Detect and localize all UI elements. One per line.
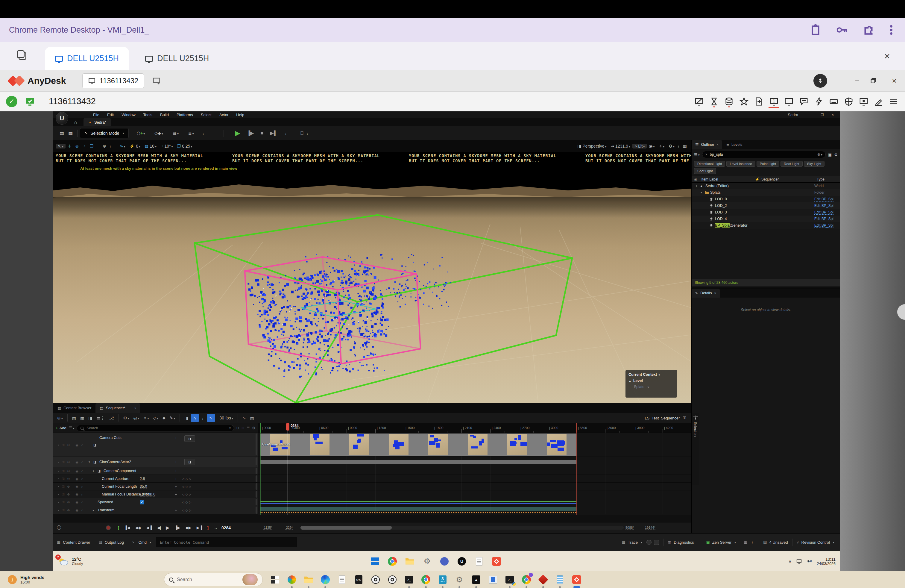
outliner-row[interactable]: LOD_2Edit BP_Spl — [692, 202, 840, 209]
camera-lock-button[interactable]: ◨ — [184, 459, 195, 465]
track-name[interactable]: Camera Cuts — [99, 435, 122, 440]
track-name[interactable]: CineCameraActor2 — [99, 460, 131, 464]
seq-edit-icon[interactable]: ✎▾ — [168, 416, 178, 420]
selection-tab-label[interactable]: Selection — [693, 422, 697, 437]
viewport-overflow-icon[interactable]: ⋮ — [676, 144, 681, 148]
prev-key-icon[interactable]: ◀◆ — [135, 525, 141, 530]
blue-notebook-app-icon[interactable] — [554, 574, 566, 585]
python-terminal-icon[interactable]: >_ — [504, 574, 515, 585]
edit-blueprint-link[interactable]: Edit BP_Spl — [814, 217, 838, 221]
monitor-icon[interactable]: .s{fill:none;stroke:#2b2b2b;stroke-width… — [782, 95, 795, 108]
outliner-settings-icon[interactable]: ⚙ — [834, 153, 838, 157]
filter-chip-level-instance[interactable]: Level Instance — [726, 161, 755, 167]
seq-keygroup-icon[interactable]: ◎▾ — [131, 416, 141, 420]
col-sequencer[interactable]: Sequencer — [761, 177, 779, 181]
privacy-screen-icon[interactable]: .s{fill:none;stroke:#2b2b2b;stroke-width… — [692, 95, 706, 108]
blueprints-icon[interactable]: ◇◆▾ — [152, 131, 165, 136]
curve-editor-icon[interactable]: ∿ — [240, 416, 248, 420]
seq-tools-icon[interactable]: ⚙▾ — [121, 416, 132, 420]
track-scrollbar[interactable] — [256, 434, 257, 455]
track-value[interactable]: 35.0 — [140, 484, 147, 489]
blue-window-app-icon[interactable] — [487, 574, 499, 585]
add-section-icon[interactable]: + — [175, 476, 177, 481]
record-icon[interactable] — [106, 525, 111, 530]
play-to-icon[interactable]: ▶▌ — [270, 130, 278, 136]
current-frame[interactable]: 0284 — [221, 525, 231, 530]
timeline-area[interactable]: CineCameraActor2 — [258, 433, 691, 515]
next-key-icon[interactable]: ◆▶ — [186, 525, 192, 530]
black-mountain-app-icon[interactable]: ▲ — [470, 574, 482, 585]
crd-close-icon[interactable]: × — [884, 50, 905, 62]
actions-icon[interactable]: .s{fill:none;stroke:#2b2b2b;stroke-width… — [812, 95, 826, 108]
edit-blueprint-link[interactable]: Edit BP_Spl — [814, 203, 838, 208]
screen-record-icon[interactable]: .s{fill:none;stroke:#2b2b2b;stroke-width… — [857, 95, 870, 108]
track-value[interactable]: 100000.0 — [140, 492, 155, 496]
terminal-icon[interactable]: >_ — [403, 574, 415, 585]
range-start-1[interactable]: -1135* — [263, 526, 272, 530]
track-scrollbar[interactable] — [256, 468, 257, 474]
track-row-current-aperture[interactable]: ▪⚿⊘◉∩Current Aperture2.8+◁◇▷ — [53, 475, 258, 483]
playhead-marker[interactable] — [286, 423, 289, 431]
angle-snap-icon[interactable]: ⚡0▾ — [127, 144, 143, 148]
clipboard-icon[interactable] — [810, 24, 821, 36]
content-drawer-button[interactable]: ▦Content Drawer — [57, 540, 90, 545]
track-list-icon[interactable]: ☰ — [247, 426, 249, 430]
unsaved-button[interactable]: ▤4 Unsaved — [763, 540, 788, 545]
range-start-2[interactable]: -229* — [285, 526, 293, 530]
ue-close-icon[interactable]: × — [831, 113, 834, 117]
outliner-row[interactable]: BP_SplatGeneratorEdit BP_Spl — [692, 222, 840, 229]
current-context-overlay[interactable]: Current Context ▾ ▲ Level Splats ∨ — [626, 370, 677, 397]
filter-chip-spot-light[interactable]: Spot Light — [694, 168, 716, 174]
track-scrollbar[interactable] — [256, 483, 257, 490]
outliner-row[interactable]: ▾SplatsFolder — [692, 189, 840, 196]
bookmark-icon[interactable] — [654, 540, 659, 545]
keyframe-nav[interactable]: ◁◇▷ — [182, 477, 192, 480]
rotate-icon[interactable]: ◔ — [81, 144, 87, 148]
track-row-cameracomponent[interactable]: ▪⚿⊘◉∩▾◨CameraComponent+ — [53, 467, 258, 475]
seq-key-icon[interactable]: ◆ — [160, 416, 167, 420]
seq-actors-icon[interactable]: ⎇ — [107, 416, 116, 420]
item-label[interactable]: LOD_0 — [715, 197, 814, 201]
filter-chip-directional-light[interactable]: Directional Light — [694, 161, 725, 167]
track-row-transform[interactable]: ▪⚿⊘◉∩▸Transform+◁◇▷ — [53, 506, 258, 514]
snap-options-icon[interactable]: ⋮ — [201, 416, 205, 420]
scale-snap-icon[interactable]: ❐0.25▾ — [175, 144, 195, 148]
clear-search-icon[interactable]: × — [705, 153, 708, 157]
settings-gear-icon[interactable]: ⚙ — [454, 574, 465, 585]
chrome-profile-icon[interactable] — [521, 574, 532, 585]
file-explorer-icon[interactable] — [404, 556, 415, 567]
current-context-title[interactable]: Current Context ▾ — [629, 372, 674, 377]
snap-magnet-icon[interactable]: ∩ — [191, 414, 199, 422]
storage-icon[interactable]: .s{fill:none;stroke:#2b2b2b;stroke-width… — [722, 95, 736, 108]
timeline-lane[interactable] — [258, 467, 691, 475]
track-scrollbar[interactable] — [256, 475, 257, 482]
timeline-lane[interactable] — [258, 483, 691, 490]
selection-sidebar[interactable]: Selection — [691, 413, 699, 485]
item-label[interactable]: Splats — [710, 191, 814, 195]
console-command-input[interactable] — [156, 537, 297, 547]
camera-lock-button[interactable]: ◨ — [184, 435, 195, 442]
close-tab-icon[interactable]: × — [714, 291, 716, 295]
tray-clock[interactable]: 10:11 24/03/2026 — [817, 557, 835, 566]
info-icon[interactable]: ⓘ — [57, 525, 61, 531]
timeline-lane[interactable] — [258, 475, 691, 483]
key-all-icon[interactable]: ↖ — [207, 414, 215, 422]
surface-snap-icon[interactable]: ∿▾ — [117, 144, 127, 148]
chrome-icon[interactable] — [420, 574, 432, 585]
seq-camera-icon[interactable]: ◨ — [86, 416, 94, 420]
search-options-icon[interactable]: ▾ — [229, 426, 231, 430]
trace-dropdown[interactable]: ▦Trace▾ — [622, 540, 642, 545]
track-scrollbar[interactable] — [256, 507, 257, 514]
keyframe-nav[interactable]: ◁◇▷ — [182, 493, 192, 496]
permissions-icon[interactable]: .s{fill:none;stroke:#2b2b2b;stroke-width… — [842, 95, 855, 108]
cinematics-icon[interactable]: ▦▾ — [171, 131, 181, 136]
track-settings-icon[interactable]: ⚙ — [252, 426, 256, 430]
set-end-icon[interactable]: ] — [207, 525, 209, 530]
frame-skip-icon[interactable]: ▐▶ — [247, 130, 254, 136]
menu-actor[interactable]: Actor — [216, 113, 232, 117]
item-label[interactable]: LOD_3 — [715, 210, 814, 215]
viewmode-options-icon[interactable]: ✧▾ — [657, 144, 667, 148]
cmd-dropdown[interactable]: >_Cmd▾ — [132, 540, 151, 545]
ue-minimize-icon[interactable]: − — [811, 113, 813, 117]
coord-options-icon[interactable]: ⋮ — [108, 144, 113, 148]
